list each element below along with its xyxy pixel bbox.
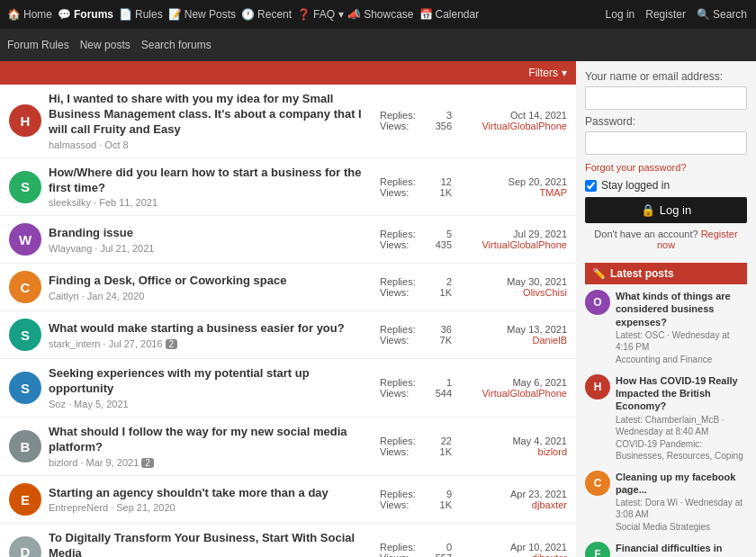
thread-last-post: May 4, 2021 bizlord bbox=[459, 436, 567, 457]
thread-last-post: May 13, 2021 DanielB bbox=[459, 324, 567, 346]
thread-title[interactable]: To Digitally Transform Your Business, St… bbox=[49, 531, 373, 557]
thread-last-user: OlivsChisi bbox=[459, 287, 567, 298]
thread-stats: Replies:12 Views:1K bbox=[380, 176, 452, 198]
latest-posts-list: O What kinds of things are considered bu… bbox=[585, 290, 747, 557]
views-label: Views: bbox=[380, 239, 409, 250]
latest-post-category: COVID-19 Pandemic: Businesses, Resources… bbox=[616, 438, 747, 462]
thread-last-date: Apr 23, 2021 bbox=[459, 489, 567, 499]
thread-title[interactable]: Branding issue bbox=[49, 226, 373, 241]
subnav-forum-rules[interactable]: Forum Rules bbox=[7, 39, 69, 51]
replies-label: Replies: bbox=[380, 229, 416, 239]
thread-last-user: djbaxter bbox=[459, 499, 567, 510]
replies-count: 5 bbox=[446, 229, 452, 239]
replies-count: 2 bbox=[446, 276, 452, 287]
forums-icon: 💬 bbox=[58, 8, 71, 21]
thread-avatar: C bbox=[9, 271, 41, 303]
thread-item: C Finding a Desk, Office or Coworking sp… bbox=[0, 264, 576, 311]
thread-title[interactable]: How/Where did you learn how to start a b… bbox=[49, 166, 373, 196]
nav-faq[interactable]: FAQ bbox=[313, 8, 335, 21]
replies-count: 9 bbox=[446, 489, 452, 499]
latest-post-content: Cleaning up my facebook page... Latest: … bbox=[616, 471, 747, 534]
latest-post-item: F Financial difficulties in start-up Lat… bbox=[585, 542, 747, 557]
thread-main: To Digitally Transform Your Business, St… bbox=[49, 531, 373, 557]
sidebar: Your name or email address: Password: Fo… bbox=[576, 61, 756, 557]
latest-post-title[interactable]: Cleaning up my facebook page... bbox=[616, 471, 747, 497]
replies-count: 12 bbox=[441, 176, 452, 187]
bullhorn-icon: 📣 bbox=[347, 8, 361, 21]
nav-forums[interactable]: Forums bbox=[74, 8, 113, 21]
views-label: Views: bbox=[380, 553, 409, 557]
login-button[interactable]: 🔒 Log in bbox=[585, 197, 747, 223]
search-link[interactable]: 🔍 Search bbox=[697, 8, 747, 21]
nav-new-posts[interactable]: New Posts bbox=[184, 8, 236, 21]
latest-post-title[interactable]: How Has COVID-19 Really Impacted the Bri… bbox=[616, 374, 747, 413]
content-area: Filters ▾ H Hi, I wanted to share with y… bbox=[0, 61, 576, 557]
nav-rules[interactable]: Rules bbox=[135, 8, 163, 21]
nav-home[interactable]: Home bbox=[23, 8, 52, 21]
replies-label: Replies: bbox=[380, 324, 416, 335]
latest-post-category: Accounting and Finance bbox=[616, 354, 747, 365]
thread-title[interactable]: Seeking experiences with my potential st… bbox=[49, 366, 373, 397]
nav-showcase[interactable]: Showcase bbox=[364, 8, 413, 21]
thread-avatar: W bbox=[9, 223, 41, 256]
thread-meta: Wlayvang · Jul 21, 2021 bbox=[49, 243, 373, 254]
subnav-new-posts[interactable]: New posts bbox=[80, 39, 130, 51]
thread-avatar: E bbox=[9, 483, 41, 516]
thread-meta: halmassod · Oct 8 bbox=[49, 139, 373, 150]
thread-last-post: Sep 20, 2021 TMAP bbox=[459, 176, 567, 198]
subnav-search-forums[interactable]: Search forums bbox=[141, 39, 212, 51]
thread-item: D To Digitally Transform Your Business, … bbox=[0, 524, 576, 557]
thread-meta: Caitlyn · Jan 24, 2020 bbox=[49, 291, 373, 301]
email-label: Your name or email address: bbox=[585, 70, 747, 83]
latest-post-avatar: C bbox=[585, 471, 610, 496]
views-count: 557 bbox=[436, 553, 452, 557]
main-layout: Filters ▾ H Hi, I wanted to share with y… bbox=[0, 61, 756, 557]
recent-icon: 🕐 bbox=[241, 8, 255, 21]
thread-last-date: May 13, 2021 bbox=[459, 324, 567, 335]
thread-title[interactable]: What should I follow the way for my new … bbox=[49, 425, 373, 455]
thread-meta: Soz · May 5, 2021 bbox=[49, 399, 373, 409]
nav-recent[interactable]: Recent bbox=[257, 8, 292, 21]
views-label: Views: bbox=[380, 335, 409, 346]
email-field[interactable] bbox=[585, 86, 747, 110]
thread-last-user: djbaxter bbox=[459, 553, 567, 557]
thread-last-user: bizlord bbox=[459, 446, 567, 457]
latest-post-meta: Latest: OSC · Wednesday at 4:16 PM bbox=[616, 329, 747, 353]
thread-stats: Replies:22 Views:1K bbox=[380, 436, 452, 457]
nav-calendar[interactable]: Calendar bbox=[436, 8, 480, 21]
thread-list: H Hi, I wanted to share with you my idea… bbox=[0, 85, 576, 557]
latest-post-title[interactable]: What kinds of things are considered busi… bbox=[616, 290, 747, 328]
login-link[interactable]: Log in bbox=[606, 8, 635, 21]
stay-logged-checkbox[interactable] bbox=[585, 180, 597, 192]
thread-item: B What should I follow the way for my ne… bbox=[0, 418, 576, 476]
thread-last-date: May 4, 2021 bbox=[459, 436, 567, 446]
thread-last-post: May 6, 2021 VirtualGlobalPhone bbox=[459, 377, 567, 399]
filters-button[interactable]: Filters ▾ bbox=[528, 67, 567, 79]
calendar-icon: 📅 bbox=[419, 8, 433, 21]
thread-last-date: Sep 20, 2021 bbox=[459, 176, 567, 187]
password-label: Password: bbox=[585, 115, 747, 128]
replies-count: 3 bbox=[446, 110, 452, 121]
thread-title[interactable]: What would make starting a business easi… bbox=[49, 321, 373, 337]
register-link[interactable]: Register bbox=[645, 8, 686, 21]
rules-icon: 📄 bbox=[119, 8, 132, 21]
thread-last-date: Oct 14, 2021 bbox=[459, 110, 567, 121]
filter-bar: Filters ▾ bbox=[0, 61, 576, 85]
forgot-password-link[interactable]: Forgot your password? bbox=[585, 162, 687, 173]
thread-title[interactable]: Hi, I wanted to share with you my idea f… bbox=[49, 92, 373, 138]
replies-count: 22 bbox=[441, 436, 452, 446]
thread-last-user: VirtualGlobalPhone bbox=[459, 388, 567, 399]
sub-navigation: Forum Rules New posts Search forums bbox=[0, 29, 756, 61]
latest-posts-header: ✏️ Latest posts bbox=[585, 263, 747, 284]
thread-avatar: D bbox=[9, 536, 41, 557]
thread-last-post: Apr 23, 2021 djbaxter bbox=[459, 489, 567, 510]
latest-post-title[interactable]: Financial difficulties in start-up bbox=[616, 542, 747, 557]
password-field[interactable] bbox=[585, 131, 747, 155]
thread-title[interactable]: Starting an agency shouldn't take more t… bbox=[49, 486, 373, 501]
thread-last-user: TMAP bbox=[459, 187, 567, 198]
thread-last-date: Jul 29, 2021 bbox=[459, 229, 567, 239]
thread-title[interactable]: Finding a Desk, Office or Coworking spac… bbox=[49, 274, 373, 289]
views-label: Views: bbox=[380, 121, 409, 131]
thread-badge: 2 bbox=[141, 458, 154, 468]
latest-post-content: Financial difficulties in start-up Lates… bbox=[616, 542, 747, 557]
